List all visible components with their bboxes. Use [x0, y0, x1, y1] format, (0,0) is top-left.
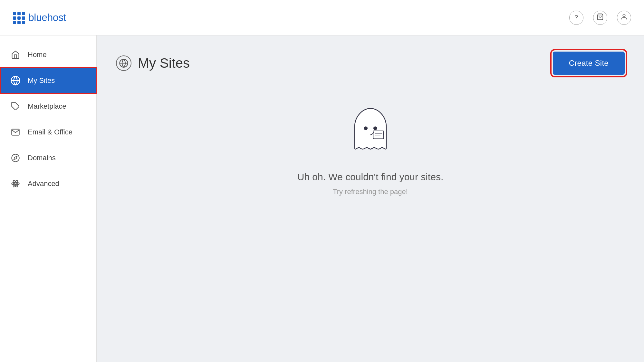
page-title-icon — [116, 55, 131, 71]
page-header: My Sites Create Site — [116, 52, 625, 75]
user-icon — [620, 13, 628, 22]
user-button[interactable] — [617, 11, 631, 25]
atom-icon — [10, 178, 21, 190]
cart-icon — [597, 13, 604, 22]
empty-state: Uh oh. We couldn't find your sites. Try … — [116, 101, 625, 196]
main-content: My Sites Create Site — [97, 35, 644, 362]
create-site-button-wrap: Create Site — [553, 52, 625, 75]
tag-icon — [10, 101, 21, 112]
header-icons: ? — [569, 11, 631, 25]
sidebar-label-marketplace: Marketplace — [28, 102, 66, 111]
compass-icon — [10, 152, 21, 164]
sidebar-item-home[interactable]: Home — [0, 42, 96, 68]
sidebar-item-advanced[interactable]: Advanced — [0, 171, 96, 197]
sidebar-label-domains: Domains — [28, 154, 56, 162]
page-title-wrap: My Sites — [116, 55, 190, 71]
sidebar-item-domains[interactable]: Domains — [0, 145, 96, 171]
svg-marker-5 — [14, 156, 17, 160]
svg-point-4 — [12, 154, 19, 161]
help-button[interactable]: ? — [569, 11, 583, 25]
layout: Home My Sites Marketplace — [0, 35, 644, 362]
empty-state-title: Uh oh. We couldn't find your sites. — [297, 171, 444, 182]
sidebar-item-email-office[interactable]: Email & Office — [0, 119, 96, 145]
svg-point-11 — [364, 126, 367, 130]
logo-text: bluehost — [28, 12, 66, 24]
svg-point-12 — [373, 126, 377, 130]
sidebar-label-home: Home — [28, 51, 47, 59]
svg-point-1 — [623, 14, 625, 16]
mail-icon — [10, 126, 21, 138]
help-icon: ? — [575, 14, 578, 21]
svg-point-6 — [15, 183, 16, 185]
sidebar: Home My Sites Marketplace — [0, 35, 97, 362]
sidebar-item-my-sites[interactable]: My Sites — [0, 68, 96, 93]
page-title: My Sites — [138, 55, 190, 71]
home-icon — [10, 49, 21, 61]
wordpress-icon — [10, 75, 21, 86]
svg-rect-13 — [373, 131, 384, 139]
cart-button[interactable] — [593, 11, 607, 25]
empty-state-subtitle: Try refreshing the page! — [333, 188, 408, 196]
create-site-button[interactable]: Create Site — [553, 52, 625, 75]
ghost-illustration — [341, 101, 399, 159]
sidebar-label-advanced: Advanced — [28, 180, 59, 188]
logo-grid-icon — [13, 12, 24, 24]
logo: bluehost — [13, 12, 66, 24]
sidebar-item-marketplace[interactable]: Marketplace — [0, 93, 96, 119]
sidebar-label-email-office: Email & Office — [28, 128, 72, 136]
header: bluehost ? — [0, 0, 644, 35]
sidebar-label-my-sites: My Sites — [28, 76, 55, 85]
